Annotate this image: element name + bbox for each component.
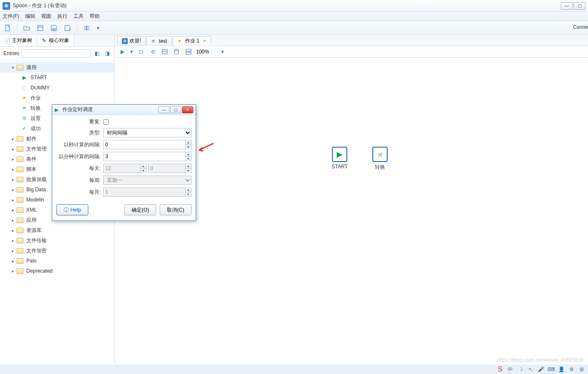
tree-folder[interactable]: ▸文件传输 (0, 235, 114, 246)
connect-label[interactable]: Conne (573, 24, 588, 30)
open-file-icon[interactable] (23, 24, 31, 32)
tray-icon[interactable]: 中 (507, 366, 513, 372)
replay-icon[interactable] (149, 47, 157, 56)
menu-bar: 文件(F) 编辑 视图 执行 工具 帮助 (0, 12, 588, 21)
entries-search-input[interactable] (22, 49, 90, 58)
tab-welcome[interactable]: ✳ 欢迎! (117, 36, 146, 45)
menu-run[interactable]: 执行 (57, 13, 68, 20)
folder-icon (16, 206, 24, 214)
tree-folder-general[interactable]: ▾ 通用 (0, 62, 114, 73)
expand-icon[interactable]: ▸ (10, 157, 15, 162)
expand-icon[interactable]: ▸ (10, 238, 15, 243)
minimize-button[interactable]: — (561, 2, 573, 10)
explore-icon[interactable] (36, 24, 45, 32)
collapse-icon[interactable]: ▾ (10, 65, 15, 70)
expand-icon[interactable]: ▸ (10, 208, 15, 212)
cancel-button[interactable]: 取消(C) (160, 204, 191, 215)
transform-icon: ✳ (151, 38, 157, 44)
svg-rect-0 (6, 25, 9, 31)
sidebar-tab-core-objects[interactable]: ✎ 核心对象 (37, 35, 74, 46)
canvas-node-transform[interactable]: ⤫ 转换 (367, 147, 393, 171)
tree-item-dummy[interactable]: ◌ DUMMY (0, 83, 114, 93)
tree-label: START (31, 75, 47, 81)
tab-label: 欢迎! (129, 37, 141, 45)
menu-tools[interactable]: 工具 (73, 13, 84, 20)
tree-item-start[interactable]: ▶ START (0, 73, 114, 83)
expand-icon[interactable]: ▸ (10, 259, 15, 263)
expand-icon[interactable]: ▸ (10, 218, 15, 223)
zoom-input[interactable] (196, 49, 217, 55)
folder-icon (16, 64, 24, 71)
tray-icon[interactable]: ⌨ (548, 366, 554, 372)
tab-job1[interactable]: ✦ 作业 1 ✕ (173, 36, 211, 45)
folder-icon (16, 257, 24, 265)
interval-minutes-input[interactable] (103, 152, 191, 161)
window-controls: — ▢ (561, 2, 585, 10)
help-button[interactable]: ⓘHelp (56, 204, 88, 215)
expand-icon[interactable]: ▸ (10, 228, 15, 233)
expand-icon[interactable]: ▸ (10, 147, 15, 151)
expand-icon[interactable]: ▸ (10, 187, 15, 192)
tab-test[interactable]: ✳ test (146, 36, 172, 45)
dialog-titlebar[interactable]: ▶ 作业定时调度 — ▢ ✕ (52, 105, 196, 115)
tree-folder[interactable]: ▸资源库 (0, 225, 114, 235)
expand-icon[interactable]: ▸ (10, 137, 15, 141)
label-repeat: 重复: (56, 118, 103, 126)
canvas-node-start[interactable]: ▶ START (327, 147, 352, 170)
folder-icon (16, 165, 24, 173)
new-file-icon[interactable] (3, 24, 12, 32)
tray-icon[interactable]: 🎤 (538, 366, 544, 372)
maximize-button[interactable]: ▢ (574, 2, 585, 10)
save-icon[interactable] (50, 24, 58, 32)
sidebar-tab-main-tree[interactable]: 📄 主对象树 (0, 35, 37, 46)
menu-file[interactable]: 文件(F) (3, 13, 19, 20)
perspective-icon[interactable] (82, 24, 91, 32)
spinner-arrows[interactable]: ▲▼ (185, 140, 191, 149)
stop-icon[interactable]: ◻ (137, 47, 145, 56)
tree-folder[interactable]: ▸文件加密 (0, 246, 114, 256)
expand-icon[interactable]: ▸ (10, 269, 15, 274)
folder-icon (16, 155, 24, 163)
expand-icon[interactable]: ▸ (10, 177, 15, 182)
db-explore-icon[interactable] (172, 47, 181, 56)
zoom-dropdown-icon[interactable]: ▾ (221, 47, 224, 56)
interval-seconds-input[interactable] (103, 140, 191, 149)
weekly-select: 星期一 (103, 176, 191, 185)
tree-folder[interactable]: ▸Deprecated (0, 266, 114, 276)
sql-icon[interactable] (160, 47, 169, 56)
dialog-minimize-button[interactable]: — (158, 106, 169, 113)
tree-label: 成功 (31, 125, 41, 132)
tray-icon[interactable]: 👤 (558, 366, 564, 372)
spinner-arrows[interactable]: ▲▼ (185, 152, 191, 161)
tree-icon: 📄 (4, 38, 10, 44)
tray-icon[interactable]: ⊞ (579, 366, 585, 372)
svg-rect-3 (53, 28, 55, 30)
dialog-close-button[interactable]: ✕ (182, 106, 193, 113)
expand-icon[interactable]: ▸ (10, 198, 15, 202)
menu-help[interactable]: 帮助 (90, 13, 100, 20)
expand-icon[interactable]: ▸ (10, 248, 15, 253)
type-select[interactable]: 时间间隔 (103, 128, 191, 137)
repeat-checkbox[interactable] (103, 119, 109, 125)
close-tab-icon[interactable]: ✕ (203, 39, 206, 43)
expand-all-icon[interactable]: ◧ (93, 50, 101, 57)
tray-icon[interactable]: ⚙ (568, 366, 574, 372)
folder-icon (16, 186, 24, 193)
dummy-icon: ◌ (20, 84, 28, 92)
tray-icon[interactable]: ☽ (518, 366, 523, 372)
tree-folder[interactable]: ▸Palo (0, 256, 114, 266)
tree-item-job[interactable]: ✦ 作业 (0, 93, 114, 103)
show-results-icon[interactable] (184, 47, 193, 56)
perspective-dropdown-icon[interactable]: ▾ (96, 24, 100, 32)
ok-button[interactable]: 确定(O) (124, 204, 156, 215)
expand-icon[interactable]: ▸ (10, 167, 15, 172)
menu-view[interactable]: 视图 (41, 13, 51, 20)
save-as-icon[interactable] (63, 24, 72, 32)
collapse-all-icon[interactable]: ◨ (103, 50, 111, 57)
run-icon[interactable]: ▶ (118, 47, 127, 56)
run-dropdown-icon[interactable]: ▾ (130, 47, 133, 56)
dialog-maximize-button[interactable]: ▢ (170, 106, 181, 113)
tray-icon[interactable]: •، (528, 366, 534, 372)
ime-icon[interactable]: S (497, 366, 503, 372)
menu-edit[interactable]: 编辑 (25, 13, 35, 20)
